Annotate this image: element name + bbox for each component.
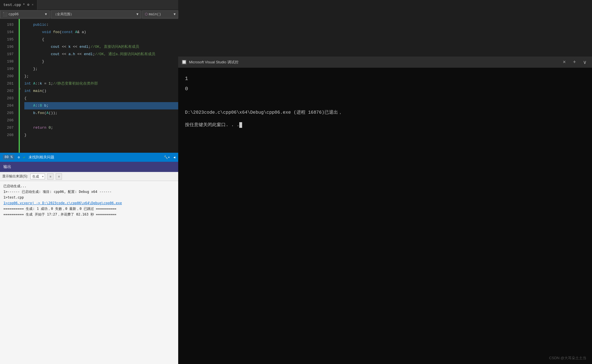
code-content[interactable]: public: void foo(const A& a) { cout << k… <box>22 19 178 154</box>
status-text: 未找到相关问题 <box>29 155 54 160</box>
code-line-202: int main() <box>24 87 178 95</box>
code-line-195: { <box>24 36 178 43</box>
toolbar-sep1 <box>50 10 50 18</box>
output-line-6: ========== 生成 开始于 17:27，并花费了 02.163 秒 ==… <box>3 212 175 217</box>
code-line-207: return 0; <box>24 124 178 132</box>
gutter: ⊟ <box>17 19 22 154</box>
terminal-dropdown-button[interactable]: ∨ <box>581 58 589 66</box>
code-line-199: }; <box>24 65 178 73</box>
output-line-4[interactable]: 1>cpp06.vcxproj -> D:\2023code.c\cpp06\x… <box>3 200 175 206</box>
tab-bar: test.cpp * ⊙ × <box>0 0 178 10</box>
code-line-193: public: <box>24 21 178 29</box>
output-line-5: ========== 生成: 1 成功，0 失败，0 最新，0 已跳过 ====… <box>3 206 175 212</box>
function-dropdown-icon: ▼ <box>174 12 176 16</box>
code-line-196: cout << k << endl;//OK, 直接访问A的私有成员 <box>24 43 178 51</box>
output-panel: 输出 显示输出来源(S): 生成 ≡ ≡ 已启动生成... 1>------ 已… <box>0 162 178 364</box>
output-header: 输出 <box>0 162 178 172</box>
scope-dropdown-icon: ▼ <box>136 12 138 16</box>
terminal-new-tab-button[interactable]: + <box>571 58 578 66</box>
output-line-3: 1>test.cpp <box>3 195 175 200</box>
function-label: main() <box>149 12 161 16</box>
code-line-197: cout << a.h << endl;//OK, 通过a.间接访问A的私有成员 <box>24 51 178 58</box>
project-name: cpp06 <box>8 12 19 16</box>
zoom-value: 80 % <box>5 155 13 159</box>
output-title: 输出 <box>3 164 11 169</box>
code-line-204: A::B b; <box>24 102 178 109</box>
output-source-label: 显示输出来源(S): <box>2 174 28 179</box>
editor-container: test.cpp * ⊙ × ⬛ cpp06 ▼ （全局范围） ▼ ⬡ main… <box>0 0 178 154</box>
output-toolbar: 显示输出来源(S): 生成 ≡ ≡ <box>0 172 178 181</box>
terminal-close-button[interactable]: × <box>560 58 568 66</box>
terminal-output-2: 0 <box>185 84 585 94</box>
output-line-1: 已启动生成... <box>3 183 175 189</box>
line-numbers: 193 194 195 196 197 198 199 200 201 202 … <box>0 19 17 154</box>
tab-filename: test.cpp <box>3 3 21 7</box>
terminal-title: Microsoft Visual Studio 调试控 <box>189 60 558 65</box>
scroll-left-icon[interactable]: ◀ <box>173 155 175 160</box>
code-line-205: b.foo(A()); <box>24 109 178 117</box>
collapse-icon-202[interactable]: ⊟ <box>17 85 22 92</box>
scope-dropdown[interactable]: （全局范围） ▼ <box>51 10 141 18</box>
output-source-select[interactable]: 生成 <box>30 174 45 179</box>
code-line-200: }; <box>24 73 178 80</box>
output-content: 已启动生成... 1>------ 已启动生成: 项目: cpp06, 配置: … <box>0 181 178 364</box>
terminal-body: 1 0 D:\2023code.c\cpp06\x64\Debug\cpp06.… <box>178 68 592 364</box>
settings-icon[interactable]: ⚙ <box>18 155 20 160</box>
status-bar: 80 % ⚙ ✔ 未找到相关问题 🔧▾ ◀ <box>0 153 178 162</box>
terminal-icon: ⬜ <box>182 60 187 65</box>
terminal-path-1: D:\2023code.c\cpp06\x64\Debug\cpp06.exe … <box>185 109 585 117</box>
code-line-203: { <box>24 95 178 102</box>
project-dropdown-icon: ▼ <box>45 12 47 16</box>
terminal-cursor <box>239 122 242 128</box>
toolbar-sep2 <box>141 10 142 18</box>
terminal-window: ⬜ Microsoft Visual Studio 调试控 × + ∨ 1 0 … <box>178 57 592 364</box>
tab-modified: * <box>23 3 25 7</box>
code-line-206 <box>24 117 178 124</box>
watermark: CSDN @大耳朵土土当 <box>549 356 586 361</box>
code-editor: 193 194 195 196 197 198 199 200 201 202 … <box>0 19 178 154</box>
zoom-control[interactable]: 80 % <box>3 155 14 160</box>
function-icon: ⬡ <box>145 12 148 16</box>
output-btn-2[interactable]: ≡ <box>56 173 62 180</box>
scope-label: （全局范围） <box>53 12 74 17</box>
function-dropdown[interactable]: ⬡ main() ▼ <box>142 10 178 18</box>
code-line-198: } <box>24 58 178 65</box>
file-tab[interactable]: test.cpp * ⊙ × <box>0 0 37 10</box>
terminal-path-2: 按任意键关闭此窗口. . . <box>185 121 585 129</box>
toolbar-bar: ⬛ cpp06 ▼ （全局范围） ▼ ⬡ main() ▼ <box>0 10 178 19</box>
code-line-194: void foo(const A& a) <box>24 29 178 36</box>
output-source-wrapper[interactable]: 生成 <box>30 174 45 179</box>
tab-icon: ⊙ <box>27 3 29 7</box>
check-circle-icon: ✔ <box>23 155 25 160</box>
code-line-208: } <box>24 132 178 139</box>
output-btn-1[interactable]: ≡ <box>47 173 53 180</box>
terminal-output-1: 1 <box>185 74 585 84</box>
code-line-201: int A::k = 1;//静态变量初始化在类外部 <box>24 80 178 87</box>
output-line-2: 1>------ 已启动生成: 项目: cpp06, 配置: Debug x64… <box>3 189 175 195</box>
terminal-titlebar: ⬜ Microsoft Visual Studio 调试控 × + ∨ <box>178 57 592 68</box>
project-icon: ⬛ <box>3 12 7 17</box>
project-dropdown[interactable]: ⬛ cpp06 ▼ <box>0 10 49 18</box>
toolbar-action-icon[interactable]: 🔧▾ <box>164 155 170 160</box>
tab-close-button[interactable]: × <box>32 3 34 7</box>
